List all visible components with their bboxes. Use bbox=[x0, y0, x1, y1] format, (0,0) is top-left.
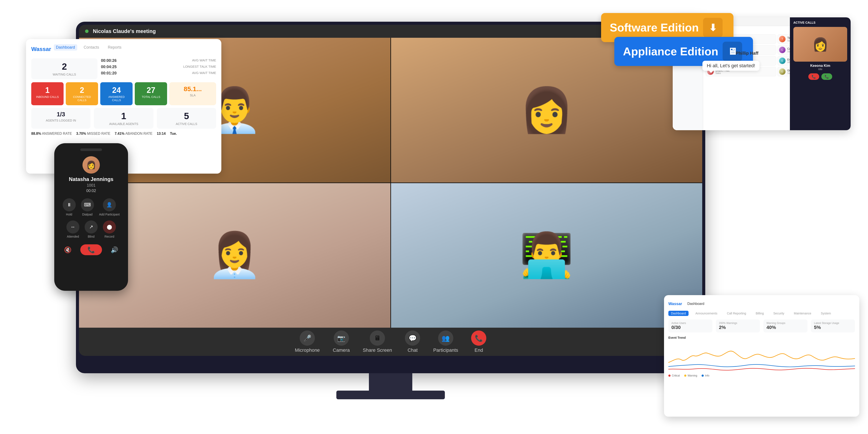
sla-label: SLA bbox=[174, 94, 212, 97]
stat-warning-groups-label: Warning Groups bbox=[767, 321, 804, 324]
active-call-title: ACTIVE CALLS bbox=[793, 21, 847, 24]
dashboard-header: Wassar Dashboard Contacts Reports bbox=[31, 44, 216, 54]
time-lbl-3: AVG WAIT TIME bbox=[192, 71, 216, 75]
meeting-status-dot bbox=[85, 30, 89, 33]
software-edition-icon: ⬇ bbox=[703, 18, 723, 37]
stat-warning-groups-val: 40% bbox=[767, 324, 804, 330]
tab-call-reporting[interactable]: Call Reporting bbox=[724, 311, 749, 316]
tab-maintenance[interactable]: Maintenance bbox=[791, 311, 814, 316]
phone-end-row: 🔇 📞 🔊 bbox=[64, 244, 118, 255]
mute-icon[interactable]: 🔇 bbox=[64, 246, 72, 253]
inbound-calls-lbl: INBOUND CALLS bbox=[35, 95, 60, 98]
end-call-control[interactable]: 📞 End bbox=[471, 331, 486, 353]
connected-calls-box: 2 CONNECTED CALLS bbox=[66, 82, 98, 105]
monitor-base bbox=[336, 391, 445, 399]
tab-system[interactable]: System bbox=[818, 311, 834, 316]
time-val-3: 00:01:20 bbox=[101, 71, 117, 75]
agents-logged-label: AGENTS LOGGED IN bbox=[36, 119, 86, 122]
tab-dashboard[interactable]: Dashboard bbox=[669, 311, 688, 316]
microphone-label: Microphone bbox=[295, 347, 320, 353]
active-call-buttons: 📞 📞 bbox=[793, 73, 847, 80]
camera-control[interactable]: 📷 Camera bbox=[333, 331, 350, 353]
monitor-stand bbox=[369, 373, 412, 391]
missed-rate-label: MISSED RATE bbox=[87, 132, 110, 135]
participants-label: Participants bbox=[433, 347, 458, 353]
contact-avatar-8: G bbox=[779, 68, 785, 75]
answered-calls-lbl: ANSWERED CALLS bbox=[104, 95, 129, 102]
chat-control[interactable]: 💬 Chat bbox=[405, 331, 420, 353]
time-row-3: 00:01:20 AVG WAIT TIME bbox=[101, 71, 216, 75]
sla-value: 85.1... bbox=[174, 85, 212, 93]
stat-active-users: Active Users 0/30 bbox=[669, 319, 712, 333]
event-trend-chart: Event Trend bbox=[669, 336, 855, 371]
reject-call-button[interactable]: 📞 bbox=[808, 73, 819, 80]
time-lbl-1: AVG WAIT TIME bbox=[192, 58, 216, 63]
greeting-text: Hi all, Let's get started! bbox=[707, 63, 755, 68]
hold-action[interactable]: ⏸ Hold bbox=[63, 198, 76, 216]
available-agents-num: 1 bbox=[98, 111, 149, 121]
active-call-overlay: ACTIVE CALLS 👩 Keeona Kim Idle 📞 📞 bbox=[790, 18, 850, 130]
phone-name: Natasha Jennings bbox=[69, 176, 113, 182]
appliance-edition-label: Appliance Edition bbox=[623, 45, 718, 58]
phillip-haff-name: Phillip Haff bbox=[736, 51, 758, 56]
time-row-1: 00:00:26 AVG WAIT TIME bbox=[101, 58, 216, 63]
contact-avatar-6: E bbox=[779, 58, 785, 64]
record-action[interactable]: ⬤ Record bbox=[103, 220, 116, 238]
day: Tue. bbox=[170, 132, 177, 135]
microphone-control[interactable]: 🎤 Microphone bbox=[295, 331, 320, 353]
participants-control[interactable]: 👥 Participants bbox=[433, 331, 458, 353]
tab-security[interactable]: Security bbox=[771, 311, 787, 316]
stat-warnings-val: 2% bbox=[719, 324, 757, 330]
phone-avatar: 👩 bbox=[83, 156, 100, 174]
greeting-bubble: Hi all, Let's get started! bbox=[703, 61, 760, 71]
dashboard-nav: Dashboard Contacts Reports bbox=[54, 44, 124, 51]
dialpad-action[interactable]: ⌨ Dialpad bbox=[81, 198, 94, 216]
nav-dashboard[interactable]: Dashboard bbox=[54, 44, 77, 51]
attended-action[interactable]: ↔ Attended bbox=[66, 220, 80, 238]
volume-icon[interactable]: 🔊 bbox=[111, 246, 118, 253]
camera-icon: 📷 bbox=[334, 331, 349, 346]
available-agents-card: 1 AVAILABLE AGENTS bbox=[94, 108, 153, 129]
tab-announcements[interactable]: Announcements bbox=[693, 311, 720, 316]
day-val: Tue. bbox=[170, 132, 177, 135]
nav-reports[interactable]: Reports bbox=[106, 44, 124, 51]
end-call-label: End bbox=[474, 347, 483, 353]
analytics-dashboard-panel: Wassar Dashboard Dashboard Announcements… bbox=[664, 295, 859, 416]
missed-rate-val: 3.70% bbox=[76, 132, 86, 135]
end-call-icon: 📞 bbox=[471, 331, 486, 346]
participants-icon: 👥 bbox=[438, 331, 453, 346]
contact-avatar-4: C bbox=[779, 46, 785, 53]
record-label: Record bbox=[104, 235, 114, 238]
phone-duration: 00:02 bbox=[86, 189, 96, 193]
active-call-person-name: Keeona Kim bbox=[793, 64, 847, 68]
missed-rate: 3.70% MISSED RATE bbox=[76, 132, 110, 135]
phone-end-button[interactable]: 📞 bbox=[80, 244, 102, 255]
abandon-rate-label: ABANDON RATE bbox=[125, 132, 152, 135]
time-lbl-2: LONGEST TALK TIME bbox=[183, 65, 216, 69]
video-controls-bar: 🎤 Microphone 📷 Camera 🖥 Share Screen 💬 C… bbox=[79, 328, 702, 356]
inbound-calls-num: 1 bbox=[35, 86, 60, 95]
meeting-title: Nicolas Claude's meeting bbox=[93, 28, 644, 34]
time-val-1: 00:00:26 bbox=[101, 58, 117, 63]
add-participant-label: Add Participant bbox=[99, 213, 120, 216]
phone-mockup: 👩 Natasha Jennings 1001 00:02 ⏸ Hold ⌨ D… bbox=[54, 143, 128, 291]
share-screen-icon: 🖥 bbox=[370, 331, 385, 346]
nav-contacts[interactable]: Contacts bbox=[82, 44, 101, 51]
abandon-rate-val: 7.41% bbox=[115, 132, 124, 135]
dialpad-icon: ⌨ bbox=[81, 198, 94, 211]
answered-calls-box: 24 ANSWERED CALLS bbox=[100, 82, 132, 105]
date-time: 13:14 bbox=[157, 132, 165, 135]
accept-call-button[interactable]: 📞 bbox=[822, 73, 832, 80]
phone-actions-row-2: ↔ Attended ↗ Blind ⬤ Record bbox=[66, 220, 116, 238]
bottom-stats: 88.8% ANSWERED RATE 3.70% MISSED RATE 7.… bbox=[31, 132, 216, 135]
analytics-topbar: Wassar Dashboard bbox=[669, 300, 855, 308]
add-participant-action[interactable]: 👤 Add Participant bbox=[99, 198, 120, 216]
tab-billing[interactable]: Billing bbox=[753, 311, 766, 316]
stat-warning-groups: Warning Groups 40% bbox=[764, 319, 807, 333]
blind-action[interactable]: ↗ Blind bbox=[85, 220, 98, 238]
chart-title: Event Trend bbox=[669, 336, 855, 339]
hold-label: Hold bbox=[66, 213, 72, 216]
share-screen-control[interactable]: 🖥 Share Screen bbox=[363, 331, 392, 353]
video-cell-4: 👨‍💻 bbox=[391, 183, 703, 328]
blind-label: Blind bbox=[88, 235, 94, 238]
